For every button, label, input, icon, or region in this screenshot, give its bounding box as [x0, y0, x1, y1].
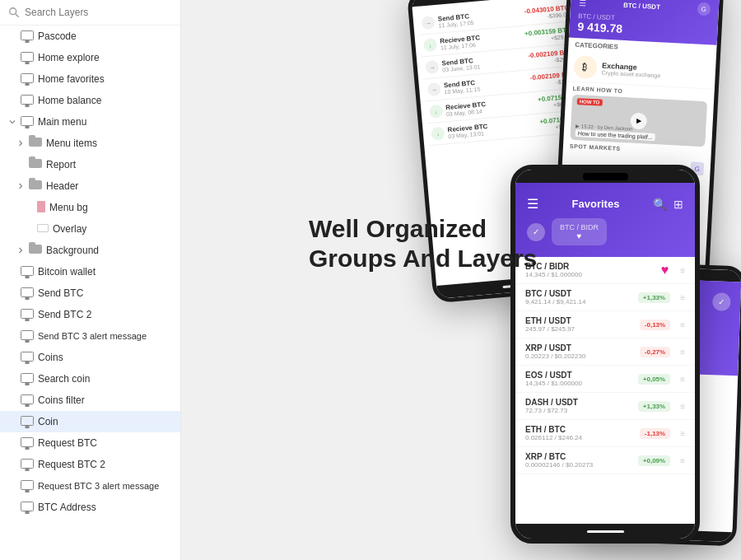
- monitor-icon: [21, 459, 34, 471]
- layer-item-request-btc[interactable]: Request BTC: [0, 432, 180, 454]
- layer-item-send-btc-2[interactable]: Send BTC 2: [0, 304, 180, 325]
- layer-item-bitcoin-wallet[interactable]: Bitcoin wallet: [0, 261, 180, 282]
- layer-label: Send BTC 3 alert message: [38, 331, 147, 341]
- coin-row-xrp-btc: XRP / BTC 0.00002146 / $0.20273 +0,09% ≡: [515, 447, 695, 474]
- layer-item-send-btc[interactable]: Send BTC: [0, 282, 180, 304]
- layer-item-overlay[interactable]: Overlay: [0, 218, 180, 240]
- monitor-icon: [21, 394, 34, 407]
- monitor-icon: [21, 330, 34, 343]
- headline-line1: Well Organized: [309, 214, 537, 244]
- layer-label: BTC Address: [38, 502, 96, 513]
- folder-icon: [29, 245, 42, 256]
- layer-label: Coin: [38, 416, 58, 427]
- folder-icon: [29, 180, 42, 192]
- folder-icon: [29, 138, 42, 149]
- layer-item-menu-items[interactable]: Menu items: [0, 133, 180, 154]
- video-title: How to use the trading platf...: [576, 129, 655, 141]
- layer-label: Background: [46, 245, 99, 256]
- monitor-icon: [21, 266, 34, 278]
- coin-row-btc-usdt: BTC / USDT 9,421.14 / $9,421.14 +1,33% ≡: [515, 284, 695, 311]
- monitor-icon: [21, 73, 34, 86]
- layer-label: Send BTC: [38, 287, 83, 299]
- coin-row-eos-usdt: EOS / USDT 14,345 / $1.000000 +0,05% ≡: [515, 366, 695, 393]
- btc-value: BTC / USDT 9 419.78: [577, 12, 710, 40]
- layer-item-home-explore[interactable]: Home explore: [0, 47, 180, 68]
- layer-label: Header: [46, 180, 78, 192]
- layer-label: Request BTC 3 alert message: [38, 481, 159, 491]
- layer-item-search-coin[interactable]: Search coin: [0, 368, 180, 390]
- layer-label: Home balance: [38, 95, 101, 106]
- layer-item-home-favorites[interactable]: Home favorites: [0, 68, 180, 90]
- layer-item-btc-address[interactable]: BTC Address: [0, 497, 180, 518]
- coin-row-xrp-usdt: XRP / USDT 0.20223 / $0.202230 -0,27% ≡: [515, 338, 695, 366]
- layer-item-request-btc-2[interactable]: Request BTC 2: [0, 454, 180, 475]
- layer-item-menu-bg[interactable]: Menu bg: [0, 197, 180, 218]
- rect-gray-icon: [37, 223, 49, 235]
- layer-label: Request BTC 2: [38, 459, 105, 470]
- monitor-icon: [21, 352, 34, 364]
- chevron-right-icon: [16, 246, 25, 254]
- layer-label: Menu items: [46, 138, 97, 149]
- monitor-icon: [21, 373, 34, 385]
- layer-item-home-balance[interactable]: Home balance: [0, 90, 180, 111]
- layer-item-main-menu[interactable]: Main menu: [0, 111, 180, 133]
- chevron-right-icon: [16, 139, 25, 147]
- svg-point-0: [10, 8, 16, 15]
- coin-row-eth-usdt: ETH / USDT 245.97 / $245.97 -0,13% ≡: [515, 311, 695, 338]
- layer-label: Request BTC: [38, 437, 97, 449]
- layer-item-pascode[interactable]: Pascode: [0, 26, 180, 47]
- howto-tag: HOW TO: [577, 98, 603, 106]
- layer-item-request-btc-3[interactable]: Request BTC 3 alert message: [0, 475, 180, 497]
- svg-line-1: [16, 14, 18, 16]
- layer-label: Report: [46, 159, 76, 170]
- layer-label: Bitcoin wallet: [38, 266, 96, 278]
- monitor-icon: [21, 95, 34, 107]
- chevron-down-icon: [8, 118, 16, 126]
- marketing-text: Well Organized Groups And Layers: [309, 214, 537, 273]
- search-bar[interactable]: [0, 0, 180, 26]
- layer-item-report[interactable]: Report: [0, 154, 180, 175]
- layer-item-send-btc-3[interactable]: Send BTC 3 alert message: [0, 325, 180, 347]
- search-input[interactable]: [25, 7, 172, 18]
- coin-row-btc-bidr: BTC / BIDR 14,345 / $1.000000 ♥ ≡: [515, 257, 695, 284]
- layer-item-coins[interactable]: Coins: [0, 347, 180, 368]
- coin-list: BTC / BIDR 14,345 / $1.000000 ♥ ≡ BTC / …: [515, 257, 695, 474]
- layer-label: Overlay: [53, 223, 86, 235]
- rect-pink-icon: [37, 201, 45, 215]
- layers-list: Pascode Home explore Home favorites Home…: [0, 26, 180, 560]
- monitor-icon: [21, 116, 34, 128]
- layer-item-header[interactable]: Header: [0, 175, 180, 197]
- coin-row-eth-btc: ETH / BTC 0.026112 / $246.24 -1,13% ≡: [515, 420, 695, 447]
- monitor-icon: [21, 30, 34, 43]
- phone-favorites: ☰ Favorites 🔍 ⊞ ✓ BTC / BIDR ♥ BTC / BID…: [510, 165, 700, 544]
- preview-panel: Well Organized Groups And Layers → Send …: [181, 0, 741, 560]
- video-thumb: HOW TO ▶ How to use the trading platf...…: [570, 95, 707, 147]
- layer-label: Coins: [38, 352, 63, 363]
- layer-label: Home favorites: [38, 73, 105, 85]
- phone2-header: ☰ Favorites 🔍 ⊞ ✓ BTC / BIDR ♥: [515, 183, 695, 257]
- layer-item-background[interactable]: Background: [0, 240, 180, 261]
- monitor-icon: [21, 502, 34, 514]
- send-icon: →: [422, 16, 436, 30]
- monitor-icon: [21, 437, 34, 450]
- headline-line2: Groups And Layers: [309, 244, 537, 273]
- layer-label: Search coin: [38, 373, 90, 385]
- layer-label: Send BTC 2: [38, 309, 91, 320]
- chevron-right-icon: [16, 182, 25, 190]
- tx-amount: -0.043010 BTC -$396.07: [524, 4, 570, 21]
- monitor-icon: [21, 52, 34, 64]
- monitor-icon: [21, 309, 34, 321]
- monitor-icon: [21, 480, 34, 492]
- layers-panel: Pascode Home explore Home favorites Home…: [0, 0, 181, 560]
- folder-icon: [29, 159, 42, 170]
- monitor-icon: [21, 416, 34, 428]
- tx-info: Send BTC 11 July, 17:05: [437, 8, 521, 29]
- monitor-icon: [21, 287, 34, 300]
- search-icon: [8, 7, 20, 18]
- layer-item-coins-filter[interactable]: Coins filter: [0, 390, 180, 411]
- recv-icon: ↓: [423, 38, 437, 52]
- layer-item-coin[interactable]: Coin: [0, 411, 180, 432]
- layer-label: Home explore: [38, 52, 100, 63]
- layer-label: Menu bg: [49, 202, 88, 213]
- coin-row-dash-usdt: DASH / USDT 72,73 / $72.73 +1,33% ≡: [515, 393, 695, 420]
